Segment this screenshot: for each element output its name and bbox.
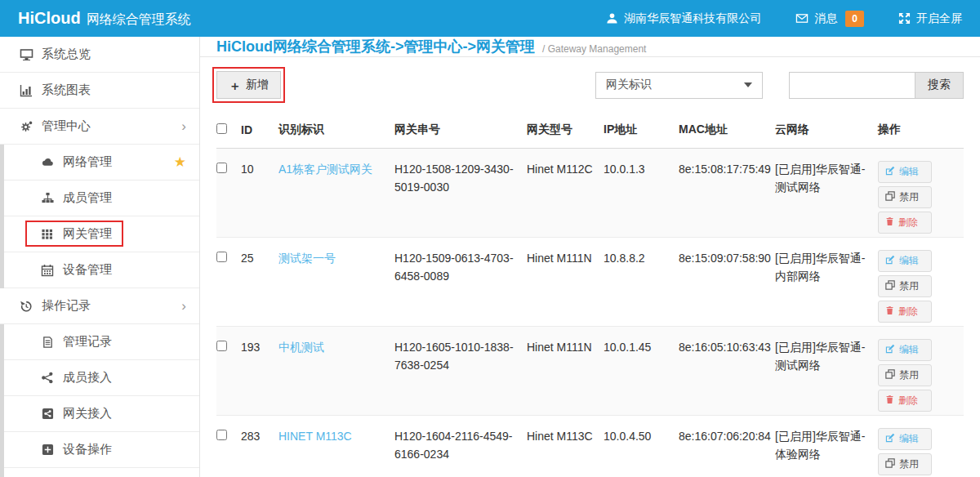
- cell-ip: 10.0.4.50: [604, 416, 679, 477]
- table-row: 25 测试架一号 H120-1509-0613-4703-6458-0089 H…: [216, 238, 964, 327]
- disable-button-label: 禁用: [899, 368, 919, 382]
- cell-serial: H120-1508-1209-3430-5019-0030: [394, 149, 527, 238]
- user-icon: [606, 12, 618, 25]
- gateway-name-link[interactable]: HINET M113C: [278, 430, 352, 443]
- chevron-right-icon: ›: [181, 299, 186, 313]
- edit-icon: [885, 166, 895, 178]
- search-button[interactable]: 搜索: [915, 72, 964, 99]
- caret-down-icon: [744, 82, 752, 87]
- edit-icon: [885, 433, 895, 445]
- brand-name: HiCloud: [18, 9, 81, 28]
- gateway-name-link[interactable]: 中机测试: [278, 341, 324, 354]
- cell-serial: H120-1604-2116-4549-6166-0234: [394, 416, 527, 477]
- delete-button-label: 删除: [898, 305, 918, 319]
- sidebar-item-admin-center[interactable]: 管理中心 ›: [0, 109, 199, 145]
- edit-button[interactable]: 编辑: [878, 250, 932, 272]
- cell-mac: 8e:16:07:06:20:84: [679, 416, 775, 477]
- disable-button-label: 禁用: [899, 190, 919, 204]
- delete-button[interactable]: 删除: [878, 301, 932, 323]
- clone-icon: [885, 280, 895, 292]
- app-logo[interactable]: HiCloud 网络综合管理系统: [18, 9, 191, 29]
- sidebar-item-network-mgmt[interactable]: 网络管理 ★: [4, 145, 199, 181]
- company-menu[interactable]: 湖南华辰智通科技有限公司: [606, 11, 761, 26]
- desktop-icon: [18, 48, 34, 61]
- sidebar-item-system-overview[interactable]: 系统总览: [0, 37, 199, 73]
- row-checkbox[interactable]: [216, 341, 227, 351]
- sidebar-item-system-charts[interactable]: 系统图表: [0, 73, 199, 109]
- delete-button-label: 删除: [898, 394, 918, 408]
- cell-model: Hinet M113C: [527, 416, 604, 477]
- clone-icon: [885, 191, 895, 203]
- cell-network: [已启用]华辰智通-内部网络: [775, 238, 878, 327]
- column-header-network: 云网络: [775, 112, 878, 149]
- sidebar-item-member-access[interactable]: 成员接入: [4, 360, 199, 396]
- edit-button-label: 编辑: [899, 343, 919, 357]
- brand-subtitle: 网络综合管理系统: [87, 11, 191, 29]
- messages-button[interactable]: 消息 0: [795, 11, 864, 27]
- row-checkbox[interactable]: [216, 252, 227, 262]
- select-all-checkbox[interactable]: [216, 123, 227, 134]
- cell-model: Hinet M112C: [527, 149, 604, 238]
- cell-id: 283: [241, 416, 278, 477]
- sidebar-item-label: 设备管理: [63, 262, 112, 278]
- cell-network: [已启用]华辰智通-体验网络: [775, 416, 878, 477]
- gateway-name-link[interactable]: A1栋客户测试网关: [278, 163, 372, 176]
- sidebar-item-operation-logs[interactable]: 操作记录 ›: [0, 288, 199, 324]
- sidebar-item-label: 成员管理: [63, 190, 112, 206]
- sidebar-item-label: 系统图表: [42, 82, 91, 98]
- filter-select[interactable]: 网关标识: [595, 72, 763, 99]
- cell-id: 10: [241, 149, 278, 238]
- gears-icon: [18, 120, 34, 133]
- sidebar-item-label: 成员接入: [63, 370, 112, 386]
- sidebar-item-label: 网络管理: [63, 154, 112, 170]
- breadcrumb: HiCloud网络综合管理系统->管理中心->网关管理 / Gateway Ma…: [200, 37, 980, 57]
- gateway-name-link[interactable]: 测试架一号: [278, 252, 336, 265]
- edit-button[interactable]: 编辑: [878, 161, 932, 183]
- messages-label: 消息: [814, 11, 837, 26]
- sidebar-item-device-mgmt[interactable]: 设备管理: [4, 252, 199, 288]
- disable-button-label: 禁用: [899, 457, 919, 471]
- cell-serial: H120-1605-1010-1838-7638-0254: [394, 327, 527, 416]
- row-checkbox[interactable]: [216, 163, 227, 173]
- add-button[interactable]: ＋ 新增: [216, 71, 281, 99]
- disable-button[interactable]: 禁用: [878, 453, 932, 475]
- sidebar-item-device-operations[interactable]: 设备操作: [4, 432, 199, 468]
- toolbar: ＋ 新增 网关标识 搜索: [200, 57, 980, 110]
- company-name: 湖南华辰智通科技有限公司: [624, 11, 761, 26]
- sidebar-item-label: 系统总览: [42, 47, 91, 62]
- cell-ip: 10.0.1.45: [604, 327, 679, 416]
- share-square-icon: [39, 408, 56, 420]
- cell-serial: H120-1509-0613-4703-6458-0089: [394, 238, 527, 327]
- star-icon[interactable]: ★: [174, 155, 186, 169]
- sidebar-item-label: 设备操作: [63, 442, 112, 457]
- cell-mac: 8e:16:05:10:63:43: [679, 327, 775, 416]
- sidebar-item-gateway-access[interactable]: 网关接入: [4, 396, 199, 432]
- sidebar-item-label: 管理记录: [63, 334, 112, 350]
- gateway-table-body: 10 A1栋客户测试网关 H120-1508-1209-3430-5019-00…: [216, 149, 964, 477]
- edit-button[interactable]: 编辑: [878, 428, 932, 450]
- cell-network: [已启用]华辰智通-测试网络: [775, 327, 878, 416]
- cell-id: 193: [241, 327, 278, 416]
- column-header-name: 识别标识: [278, 112, 394, 149]
- fullscreen-button[interactable]: 开启全屏: [898, 11, 962, 26]
- sidebar-item-member-mgmt[interactable]: 成员管理: [4, 181, 199, 216]
- topbar: HiCloud 网络综合管理系统 湖南华辰智通科技有限公司 消息 0 开启全屏: [0, 0, 980, 37]
- row-checkbox[interactable]: [216, 430, 227, 440]
- topbar-right: 湖南华辰智通科技有限公司 消息 0 开启全屏: [606, 11, 962, 27]
- search-input[interactable]: [789, 72, 915, 99]
- history-icon: [18, 300, 34, 313]
- disable-button[interactable]: 禁用: [878, 364, 932, 386]
- disable-button[interactable]: 禁用: [878, 275, 932, 297]
- sidebar-item-admin-logs[interactable]: 管理记录: [4, 324, 199, 360]
- sidebar-strip-filler: [0, 468, 199, 477]
- clone-icon: [885, 458, 895, 470]
- trash-icon: [885, 305, 894, 318]
- sidebar-item-gateway-mgmt[interactable]: 网关管理: [4, 216, 199, 252]
- delete-button[interactable]: 删除: [878, 390, 932, 412]
- disable-button[interactable]: 禁用: [878, 186, 932, 208]
- delete-button[interactable]: 删除: [878, 212, 932, 234]
- edit-button[interactable]: 编辑: [878, 339, 932, 361]
- table-row: 10 A1栋客户测试网关 H120-1508-1209-3430-5019-00…: [216, 149, 964, 238]
- cell-ip: 10.8.8.2: [604, 238, 679, 327]
- column-header-serial: 网关串号: [394, 112, 527, 149]
